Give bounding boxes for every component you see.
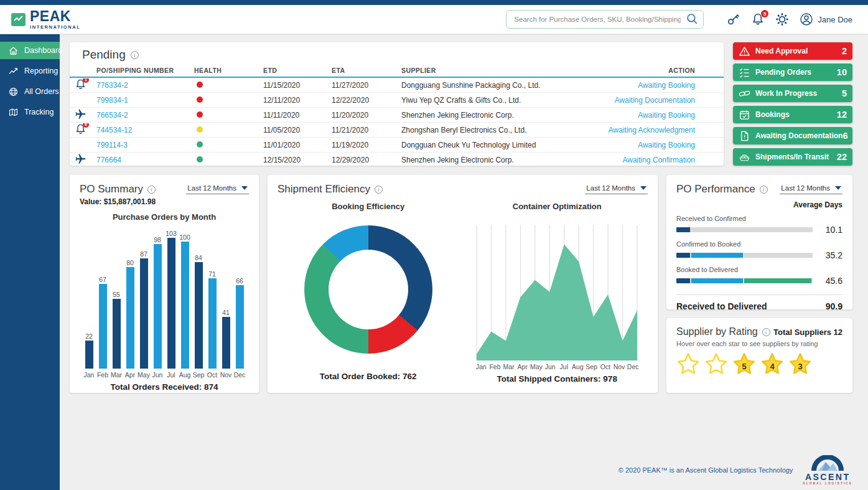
perf-row-value: 35.2 xyxy=(813,250,842,260)
column-header: ETA xyxy=(332,67,401,74)
star-count: 5 xyxy=(732,352,756,376)
po-number-link[interactable]: 776334-2 xyxy=(96,81,128,90)
perf-row-value: 10.1 xyxy=(813,225,842,235)
user-menu[interactable]: Jane Doe xyxy=(800,12,852,26)
sidebar-item-tracking[interactable]: Tracking xyxy=(0,103,60,121)
status-button-shipments-in-transit[interactable]: Shipments/In Transit22 xyxy=(733,148,852,166)
action-link[interactable]: Awaiting Booking xyxy=(638,111,695,120)
area-month-label: May xyxy=(530,363,543,370)
bell-icon[interactable]: 8 xyxy=(75,123,86,135)
status-button-pending-orders[interactable]: Pending Orders10 xyxy=(733,64,852,81)
po-number-link[interactable]: 799834-1 xyxy=(96,96,128,105)
rating-star-1[interactable] xyxy=(676,352,700,376)
search-input[interactable] xyxy=(506,10,704,29)
bar-value-label: 55 xyxy=(113,291,120,298)
map-icon xyxy=(8,107,19,118)
po-number-link[interactable]: 744534-12 xyxy=(96,126,132,134)
sidebar: DashboardReportingAll OrdersTracking xyxy=(0,34,60,490)
status-button-count: 6 xyxy=(842,131,847,141)
po-performance-range-dropdown[interactable]: Last 12 Months xyxy=(780,184,842,194)
user-name: Jane Doe xyxy=(818,15,852,24)
action-cell: Awaiting Booking xyxy=(595,81,695,90)
po-summary-info-icon[interactable]: i xyxy=(147,186,156,194)
bar xyxy=(236,285,244,369)
table-row: 8744534-1211/05/202011/21/2020Zhongshan … xyxy=(70,123,724,138)
bell-icon[interactable]: 1 xyxy=(75,78,86,90)
bar xyxy=(140,258,148,369)
supplier-rating-hint: Hover over each star to see suppliers by… xyxy=(666,337,852,347)
pending-panel: Pending i PO/SHIPPING NUMBERHEALTHETDETA… xyxy=(70,42,724,166)
area-chart-month-labels: JanFebMarAprMayJunJulAugSepOctNovDec xyxy=(474,363,640,370)
ship-icon xyxy=(739,151,750,163)
shipment-efficiency-info-icon[interactable]: i xyxy=(375,186,383,194)
bar-column: 71Oct xyxy=(208,224,217,379)
action-cell: Awaiting Booking xyxy=(595,141,695,149)
po-summary-range-dropdown[interactable]: Last 12 Months xyxy=(186,184,249,194)
status-button-count: 12 xyxy=(837,110,847,120)
plane-icon[interactable] xyxy=(75,108,86,120)
bar-month-label: Oct xyxy=(207,371,217,379)
bar xyxy=(181,242,189,369)
sidebar-item-label: Reporting xyxy=(24,67,58,75)
action-link[interactable]: Awaiting Booking xyxy=(638,81,695,90)
bar xyxy=(195,262,203,369)
plane-icon[interactable] xyxy=(75,153,86,165)
area-month-label: Mar xyxy=(502,363,516,370)
status-button-work-in-progress[interactable]: Work In Progress5 xyxy=(733,85,852,102)
sidebar-item-dashboard[interactable]: Dashboard xyxy=(0,42,60,59)
po-summary-value: Value: $15,887,001.98 xyxy=(70,196,259,206)
action-link[interactable]: Awaiting Acknowledgment xyxy=(609,126,695,134)
column-header: HEALTH xyxy=(194,67,263,74)
action-link[interactable]: Awaiting Documentation xyxy=(615,96,695,105)
bar-value-label: 66 xyxy=(236,277,243,285)
po-performance-info-icon[interactable]: i xyxy=(760,186,768,194)
bar-value-label: 87 xyxy=(140,250,147,258)
column-header: ETD xyxy=(263,67,332,74)
health-cell xyxy=(194,126,263,134)
eta-cell: 11/19/2020 xyxy=(332,141,401,149)
document-icon xyxy=(739,130,750,142)
rating-star-4[interactable]: 4 xyxy=(760,352,784,376)
po-number-link[interactable]: 776664 xyxy=(96,156,121,164)
status-button-label: Work In Progress xyxy=(755,89,817,98)
sidebar-item-reporting[interactable]: Reporting xyxy=(0,62,60,80)
key-icon[interactable] xyxy=(727,12,740,26)
shipment-efficiency-range-dropdown[interactable]: Last 12 Months xyxy=(585,184,648,194)
bar-month-label: Jun xyxy=(152,371,163,379)
health-dot-green xyxy=(197,156,203,163)
health-cell xyxy=(194,156,263,164)
perf-bar-track xyxy=(676,253,813,258)
notifications-bell-icon[interactable]: 5 xyxy=(751,12,765,26)
status-button-awaiting-documentation[interactable]: Awaiting Documentation6 xyxy=(733,127,852,144)
action-link[interactable]: Awaiting Booking xyxy=(638,141,695,149)
supplier-rating-info-icon[interactable]: i xyxy=(762,328,770,336)
pending-info-icon[interactable]: i xyxy=(131,51,139,59)
rating-star-2[interactable] xyxy=(704,352,728,376)
po-number-link[interactable]: 766534-2 xyxy=(96,111,128,120)
table-row: 1776334-211/15/202011/27/2020Dongguang S… xyxy=(70,78,724,93)
peak-logo[interactable]: PEAK INTERNATIONAL xyxy=(11,9,81,30)
rating-star-5[interactable]: 3 xyxy=(788,352,812,376)
eta-cell: 11/20/2020 xyxy=(332,111,401,120)
bar xyxy=(99,284,107,369)
star-rating-row: 543 xyxy=(666,347,852,376)
bar-column: 22Jan xyxy=(85,224,93,379)
bar-column: 41Nov xyxy=(222,224,230,379)
status-button-bookings[interactable]: Bookings12 xyxy=(733,106,852,123)
status-button-count: 10 xyxy=(837,67,847,77)
perf-bar-segment xyxy=(676,227,690,232)
action-link[interactable]: Awaiting Confirmation xyxy=(622,156,695,164)
status-button-need-approval[interactable]: Need Approval2 xyxy=(733,42,852,60)
rating-star-3[interactable]: 5 xyxy=(732,352,756,376)
search-icon[interactable] xyxy=(686,12,699,26)
sidebar-item-label: All Orders xyxy=(24,87,59,96)
po-number-link[interactable]: 799114-3 xyxy=(96,141,128,149)
sidebar-item-all-orders[interactable]: All Orders xyxy=(0,83,60,100)
po-number-cell: 776664 xyxy=(96,156,194,164)
top-header: PEAK INTERNATIONAL 5 Jane Doe xyxy=(0,5,868,34)
po-summary-panel: PO Summaryi Last 12 Months Value: $15,88… xyxy=(70,175,259,393)
bar-column: 55Mar xyxy=(112,224,121,379)
settings-gear-icon[interactable] xyxy=(775,12,789,26)
supplier-cell: Dongguan Cheuk Yu Technology Limited xyxy=(401,141,595,149)
action-cell: Awaiting Documentation xyxy=(595,96,695,105)
